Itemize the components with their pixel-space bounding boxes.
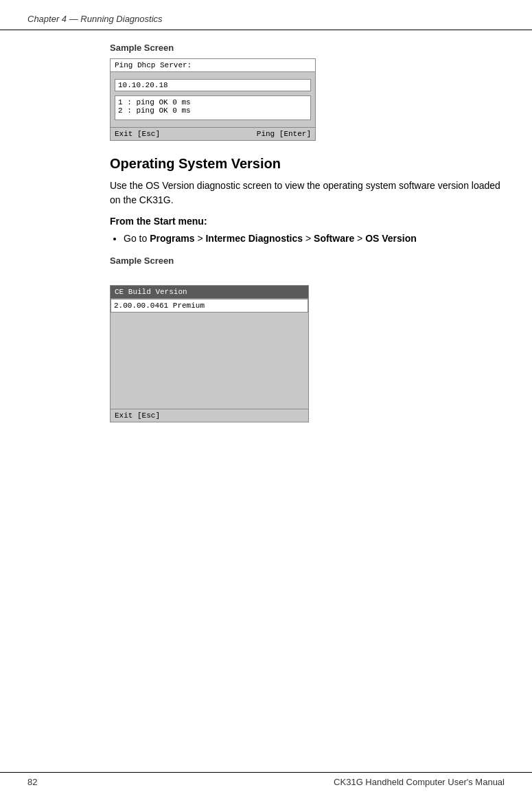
chapter-header: Chapter 4 — Running Diagnostics (0, 14, 532, 30)
bullet-sep1: > (195, 233, 206, 244)
os-screen-footer: Exit [Esc] (111, 409, 308, 422)
os-version-body-text: Use the OS Version diagnostic screen to … (110, 179, 505, 207)
from-start-menu-label: From the Start menu: (110, 216, 505, 227)
ping-screen-body: 10.10.20.18 1 : ping OK 0 ms 2 : ping OK… (111, 72, 315, 127)
ping-device-screen: Ping Dhcp Server: 10.10.20.18 1 : ping O… (110, 58, 316, 141)
ping-screen-title: Ping Dhcp Server: (111, 59, 315, 72)
os-exit-label: Exit [Esc] (115, 411, 160, 420)
ping-output-line1: 1 : ping OK 0 ms (118, 98, 308, 106)
ping-ip-value: 10.10.20.18 (118, 81, 168, 89)
page: Chapter 4 — Running Diagnostics Sample S… (0, 0, 532, 805)
footer-manual-title: CK31G Handheld Computer User's Manual (334, 777, 505, 787)
ping-sample-screen-label: Sample Screen (110, 43, 505, 53)
bullet-list: Go to Programs > Intermec Diagnostics > … (124, 231, 505, 246)
ping-output-box: 1 : ping OK 0 ms 2 : ping OK 0 ms (115, 95, 311, 120)
content-area: Sample Screen Ping Dhcp Server: 10.10.20… (0, 43, 532, 422)
bullet-software: Software (314, 233, 354, 244)
bullet-go-to: Go to (124, 233, 150, 244)
os-device-screen: CE Build Version 2.00.00.0461 Premium Ex… (110, 285, 309, 422)
footer-page-number: 82 (27, 777, 37, 787)
os-screen-content: 2.00.00.0461 Premium (111, 299, 308, 313)
os-version-heading: Operating System Version (110, 156, 505, 172)
bullet-item: Go to Programs > Intermec Diagnostics > … (124, 231, 505, 246)
os-sample-screen-label: Sample Screen (110, 256, 505, 266)
ping-input-row: 10.10.20.18 (115, 79, 311, 91)
bullet-programs: Programs (150, 233, 194, 244)
bullet-intermec: Intermec Diagnostics (205, 233, 303, 244)
page-footer: 82 CK31G Handheld Computer User's Manual (0, 772, 532, 791)
os-version-value: 2.00.00.0461 Premium (114, 302, 205, 310)
chapter-title: Chapter 4 — Running Diagnostics (27, 14, 163, 24)
ping-exit-label: Exit [Esc] (115, 130, 160, 138)
ping-enter-label: Ping [Enter] (257, 130, 311, 138)
ping-output-line2: 2 : ping OK 0 ms (118, 106, 308, 115)
bullet-osversion: OS Version (365, 233, 417, 244)
bullet-sep2: > (303, 233, 314, 244)
ping-sample-screen-section: Sample Screen Ping Dhcp Server: 10.10.20… (110, 43, 505, 141)
os-sample-screen-section: Sample Screen CE Build Version 2.00.00.0… (110, 256, 505, 422)
os-screen-body (111, 313, 308, 409)
ping-screen-footer: Exit [Esc] Ping [Enter] (111, 127, 315, 140)
os-screen-title: CE Build Version (111, 286, 308, 299)
bullet-sep3: > (354, 233, 365, 244)
